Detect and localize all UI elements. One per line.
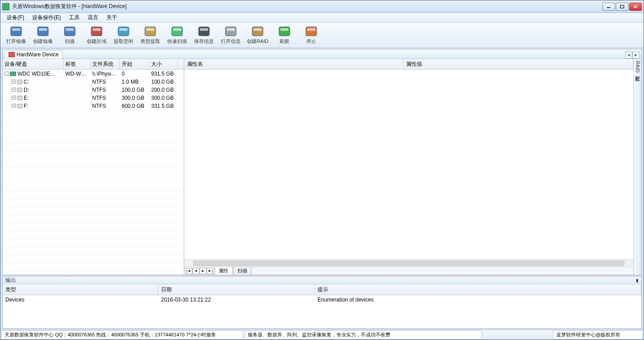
minimize-button[interactable]	[602, 3, 615, 11]
toolbar-open-info[interactable]: 打开信息	[219, 24, 243, 47]
raid-side-panel[interactable]: RAID配置	[633, 59, 641, 275]
device-name: WDC WD10E…	[17, 71, 55, 77]
col-filesystem[interactable]: 文件系统	[90, 59, 120, 69]
col-size[interactable]: 大小	[149, 59, 178, 69]
maximize-button[interactable]	[616, 3, 628, 11]
toolbar-label: 快速扫描	[167, 38, 187, 45]
doc-tab-bar: HardWare Device ◄ ►	[3, 49, 641, 59]
device-row[interactable]: +F:NTFS600.0 GB331.5 GB	[3, 102, 184, 110]
hardware-icon	[8, 52, 15, 57]
toolbar-create-region[interactable]: 创建区域	[85, 24, 109, 47]
menu-item-0[interactable]: 设备(F)	[3, 13, 28, 22]
toolbar-quick-scan[interactable]: 快速扫描	[165, 24, 189, 47]
device-name: E:	[24, 95, 29, 101]
menu-item-2[interactable]: 工具	[65, 13, 83, 22]
empty-row	[3, 158, 184, 166]
out-col-msg[interactable]: 提示	[315, 285, 641, 295]
toolbar-stop[interactable]: 停止	[299, 24, 323, 47]
toolbar-scan[interactable]: 扫描	[58, 24, 82, 47]
property-body[interactable]	[184, 70, 633, 259]
toolbar-label: 停止	[306, 38, 316, 45]
device-name: C:	[24, 79, 29, 85]
out-type: Devices	[3, 297, 158, 303]
expander-icon[interactable]: +	[12, 80, 16, 84]
tab-scroll-left[interactable]: ◄	[625, 51, 632, 59]
toolbar-label: 刷新	[280, 38, 289, 45]
device-name: D:	[24, 87, 29, 93]
out-col-type[interactable]: 类型	[3, 285, 158, 295]
doc-tab-hardware[interactable]: HardWare Device	[4, 50, 63, 59]
svg-rect-15	[146, 28, 154, 31]
empty-row	[3, 126, 184, 134]
empty-row	[3, 110, 184, 118]
toolbar-save-info[interactable]: 保存信息	[192, 24, 216, 47]
cell-size: 931.5 GB	[149, 70, 178, 77]
tab-nav-prev[interactable]: ◄	[192, 268, 199, 274]
toolbar-type-extract[interactable]: 类型提取	[138, 24, 162, 47]
empty-row	[3, 166, 184, 174]
tab-scan[interactable]: 扫描	[233, 267, 251, 275]
right-pane: 属性名 属性值 |◄ ◄ ► ►| 属性 扫描 RAID配置	[184, 59, 641, 275]
device-row[interactable]: +D:NTFS100.0 GB200.0 GB	[3, 86, 184, 94]
quick-scan-icon	[171, 26, 183, 38]
app-icon	[2, 3, 9, 10]
col-prop-value[interactable]: 属性值	[403, 59, 633, 69]
col-device[interactable]: 设备/硬盘	[3, 59, 64, 69]
col-label[interactable]: 标签	[64, 59, 90, 69]
output-header: 输出 ▮	[3, 276, 641, 285]
save-info-icon	[198, 26, 210, 38]
menu-item-3[interactable]: 语言	[84, 13, 102, 22]
tab-nav-first[interactable]: |◄	[185, 268, 192, 274]
toolbar-label: 扫描	[65, 38, 75, 45]
horizontal-scrollbar[interactable]	[184, 259, 633, 267]
status-contact: 天盾数据恢复软件中心 QQ：4000076365 热线：4000076365 手…	[1, 330, 243, 340]
tab-properties[interactable]: 属性	[215, 267, 233, 275]
toolbar-open-image[interactable]: 打开镜像	[4, 24, 28, 47]
device-name: F:	[24, 103, 29, 109]
cell-fs: NTFS	[90, 86, 120, 94]
close-button[interactable]	[629, 3, 642, 11]
toolbar-create-image[interactable]: 创建镜像	[31, 24, 55, 47]
pin-icon[interactable]: ▮	[636, 278, 639, 283]
toolbar-create-raid[interactable]: 创建RAID	[246, 24, 270, 47]
svg-rect-25	[280, 28, 288, 31]
volume-icon	[17, 88, 22, 92]
volume-icon	[17, 104, 22, 108]
tab-nav-next[interactable]: ►	[199, 268, 207, 274]
device-grid-body[interactable]: -WDC WD10E…WD-WC…\\.\Physi…0931.5 GB+C:N…	[3, 70, 184, 275]
svg-rect-21	[227, 28, 235, 31]
output-panel: 输出 ▮ 类型 日期 提示 Devices2016-03-30 13:21:22…	[2, 276, 642, 329]
titlebar: 天盾Windows数据恢复软件 - [HardWare Device]	[0, 0, 644, 13]
toolbar-refresh[interactable]: 刷新	[272, 24, 297, 47]
out-col-date[interactable]: 日期	[158, 285, 315, 295]
cell-size: 100.0 GB	[149, 78, 178, 85]
col-prop-name[interactable]: 属性名	[184, 59, 403, 69]
cell-start: 100.0 GB	[120, 86, 149, 94]
col-start[interactable]: 开始	[120, 59, 149, 69]
device-row[interactable]: +C:NTFS1.0 MB100.0 GB	[3, 78, 184, 86]
cell-label	[64, 98, 90, 98]
out-date: 2016-03-30 13:21:22	[158, 297, 315, 303]
output-title: 输出	[5, 276, 16, 284]
expander-icon[interactable]: +	[12, 96, 16, 100]
cell-start: 300.0 GB	[120, 94, 149, 102]
menu-item-1[interactable]: 设备操作(E)	[29, 13, 64, 22]
expander-icon[interactable]: -	[4, 72, 8, 76]
output-body[interactable]: Devices2016-03-30 13:21:22Enumeration of…	[3, 295, 641, 328]
device-row[interactable]: +E:NTFS300.0 GB300.0 GB	[3, 94, 184, 102]
toolbar: 打开镜像创建镜像扫描创建区域提取空闲类型提取快速扫描保存信息打开信息创建RAID…	[0, 23, 644, 48]
output-row[interactable]: Devices2016-03-30 13:21:22Enumeration of…	[3, 295, 641, 304]
device-tree-panel: 设备/硬盘 标签 文件系统 开始 大小 -WDC WD10E…WD-WC…\\.…	[3, 59, 184, 275]
device-row[interactable]: -WDC WD10E…WD-WC…\\.\Physi…0931.5 GB	[3, 70, 184, 78]
tab-scroll-right[interactable]: ►	[632, 51, 640, 59]
svg-rect-23	[254, 28, 262, 31]
toolbar-label: 类型提取	[140, 38, 160, 45]
toolbar-extract-space[interactable]: 提取空闲	[111, 24, 136, 47]
tab-nav-last[interactable]: ►|	[207, 268, 214, 274]
expander-icon[interactable]: +	[12, 88, 16, 92]
menu-item-4[interactable]: 关于	[103, 13, 121, 22]
svg-rect-5	[12, 28, 20, 31]
toolbar-label: 保存信息	[194, 38, 214, 45]
empty-row	[3, 118, 184, 126]
expander-icon[interactable]: +	[12, 104, 16, 108]
